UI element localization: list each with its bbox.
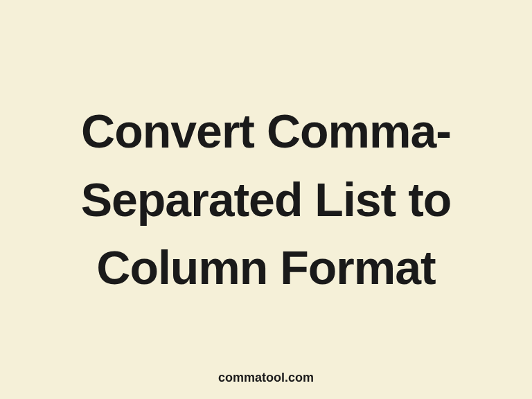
site-attribution: commatool.com (218, 371, 314, 385)
page-heading: Convert Comma-Separated List to Column F… (0, 97, 532, 302)
